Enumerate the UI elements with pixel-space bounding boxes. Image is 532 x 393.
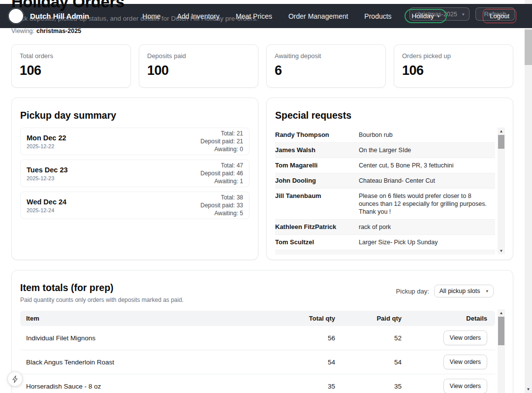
item-total-qty: 56 — [281, 334, 335, 342]
pickup-day-row: Tues Dec 23 2025-12-23 Total: 47 Deposit… — [20, 160, 250, 187]
item-name: Individual Filet Mignons — [20, 334, 281, 342]
scroll-up-icon[interactable]: ▲ — [498, 128, 505, 134]
item-paid-qty: 54 — [335, 359, 402, 366]
viewing-value: christmas-2025 — [36, 28, 81, 34]
brand-name: Dutch Hill Admin — [30, 12, 89, 20]
pickup-day-stats: Total: 47 Deposit paid: 46 Awaiting: 1 — [200, 162, 243, 185]
pickup-day-row: Mon Dec 22 2025-12-22 Total: 21 Deposit … — [20, 128, 250, 155]
stat-label: Deposits paid — [147, 52, 250, 60]
list-item: James Walsh On the Larger SIde — [275, 143, 495, 158]
logout-button[interactable]: Logout — [483, 9, 516, 23]
pickup-day-name: Mon Dec 22 — [27, 134, 66, 142]
item-totals-panel: Item totals (for prep) Paid quantity cou… — [11, 270, 513, 393]
pickup-day-name: Wed Dec 24 — [27, 198, 66, 206]
special-requests-panel: Special requests Randy Thompson Bourbon … — [266, 98, 513, 260]
stat-card-total-orders: Total orders 106 — [11, 44, 131, 88]
devtools-button[interactable] — [7, 371, 23, 387]
item-totals-titles: Item totals (for prep) Paid quantity cou… — [20, 279, 184, 303]
brand-logo-icon — [8, 8, 24, 24]
scroll-up-icon[interactable]: ▲ — [498, 309, 505, 316]
item-name: Horseradish Sauce - 8 oz — [20, 383, 281, 390]
view-orders-button[interactable]: View orders — [443, 330, 487, 345]
nav-item-order-management[interactable]: Order Management — [288, 12, 348, 20]
chevron-down-icon: ▾ — [438, 14, 440, 19]
item-paid-qty: 52 — [335, 334, 402, 342]
page-scrollbar[interactable]: ▼ — [525, 0, 532, 393]
stat-card-awaiting-deposit: Awaiting deposit 6 — [266, 44, 386, 88]
pickup-day-summary-panel: Pickup day summary Mon Dec 22 2025-12-22… — [11, 98, 258, 260]
item-paid-qty: 35 — [335, 383, 402, 390]
column-header-total-qty: Total qty — [281, 315, 335, 322]
item-details-cell: View orders — [402, 379, 495, 393]
pickup-day-filter-label: Pickup day: — [396, 288, 429, 295]
item-totals-table: Item Total qty Paid qty Details Individu… — [20, 311, 495, 393]
pickup-day-name: Tues Dec 23 — [27, 166, 68, 174]
scroll-down-icon[interactable]: ▼ — [498, 247, 505, 254]
pickup-day-date: 2025-12-24 — [27, 207, 66, 213]
nav-item-add-inventory[interactable]: Add Inventory — [177, 12, 219, 20]
stat-value: 100 — [147, 63, 250, 78]
list-item: Jill Tanenbaum Please on 6 filets would … — [275, 189, 495, 220]
pickup-day-row: Wed Dec 24 2025-12-24 Total: 38 Deposit … — [20, 192, 250, 219]
scrollbar-thumb[interactable] — [498, 317, 504, 345]
item-total-qty: 35 — [281, 383, 335, 390]
pickup-day-stats: Total: 21 Deposit paid: 21 Awaiting: 0 — [200, 130, 243, 153]
table-row: Individual Filet Mignons 56 52 View orde… — [20, 326, 495, 350]
panels-row: Pickup day summary Mon Dec 22 2025-12-22… — [11, 98, 513, 260]
pickup-day-filter: Pickup day: All pickup slots ▾ — [396, 285, 494, 297]
item-totals-header: Item totals (for prep) Paid quantity cou… — [20, 279, 504, 303]
panel-title: Item totals (for prep) — [20, 282, 184, 294]
chevron-down-icon: ▾ — [486, 289, 488, 294]
pickup-day-date: 2025-12-23 — [27, 175, 68, 181]
requests-scrollbar[interactable]: ▲ ▼ — [498, 128, 505, 254]
viewing-line: Viewing:christmas-2025 — [11, 28, 81, 34]
scrollbar-thumb[interactable] — [498, 135, 504, 149]
table-row: Black Angus Tenderloin Roast 54 54 View … — [20, 350, 495, 374]
stat-value: 106 — [402, 63, 505, 78]
table-header-row: Item Total qty Paid qty Details — [20, 311, 495, 326]
stat-label: Total orders — [20, 52, 123, 60]
list-item: Tom Scultzel Larger Size- Pick Up Sunday — [275, 235, 495, 250]
panel-subtitle: Paid quantity counts only orders with de… — [20, 296, 184, 303]
nav-item-home[interactable]: Home — [142, 12, 160, 20]
stat-value: 6 — [275, 63, 377, 78]
special-requests-list: Randy Thompson Bourbon rub James Walsh O… — [275, 128, 495, 255]
pickup-day-date: 2025-12-22 — [27, 143, 66, 149]
item-total-qty: 54 — [281, 359, 335, 366]
stat-label: Awaiting deposit — [275, 52, 377, 60]
stat-label: Orders picked up — [402, 52, 505, 60]
table-scrollbar[interactable]: ▲ — [498, 309, 505, 393]
nav-item-meat-prices[interactable]: Meat Prices — [236, 12, 272, 20]
view-orders-button[interactable]: View orders — [443, 355, 487, 369]
item-details-cell: View orders — [402, 330, 495, 345]
viewing-label: Viewing: — [11, 28, 34, 34]
nav-holiday-menu[interactable]: Holiday ▾ — [405, 9, 447, 23]
list-item: John Dooling Chateau Briand- Center Cut — [275, 173, 495, 189]
pickup-day-left: Mon Dec 22 2025-12-22 — [27, 134, 66, 149]
item-name: Black Angus Tenderloin Roast — [20, 359, 281, 366]
panel-title: Pickup day summary — [20, 110, 250, 121]
stats-row: Total orders 106 Deposits paid 100 Await… — [11, 44, 513, 88]
list-item: Randy Thompson Bourbon rub — [275, 128, 495, 143]
nav-item-products[interactable]: Products — [364, 12, 391, 20]
stat-card-orders-picked-up: Orders picked up 106 — [394, 44, 513, 88]
column-header-details: Details — [402, 315, 495, 322]
column-header-paid-qty: Paid qty — [335, 315, 402, 322]
scrollbar-thumb[interactable] — [525, 30, 532, 65]
view-orders-button[interactable]: View orders — [443, 379, 487, 393]
pickup-day-select-value: All pickup slots — [439, 288, 480, 295]
nav-links: Home Add Inventory Meat Prices Order Man… — [142, 12, 391, 20]
main-content: Total orders 106 Deposits paid 100 Await… — [11, 0, 513, 393]
list-item: Kathleen FitzPatrick rack of pork — [275, 220, 495, 235]
lightning-icon — [12, 375, 19, 383]
list-item: Courtney Lima 4 rack short rib/ 12 bones… — [275, 250, 495, 255]
pickup-day-left: Wed Dec 24 2025-12-24 — [27, 198, 66, 213]
stat-value: 106 — [20, 63, 123, 78]
stat-card-deposits-paid: Deposits paid 100 — [139, 44, 258, 88]
pickup-day-select[interactable]: All pickup slots ▾ — [434, 285, 494, 297]
pickup-day-left: Tues Dec 23 2025-12-23 — [27, 166, 68, 181]
table-row: Horseradish Sauce - 8 oz 35 35 View orde… — [20, 374, 495, 393]
panel-title: Special requests — [275, 110, 504, 121]
scroll-down-icon[interactable]: ▼ — [525, 386, 532, 393]
nav-holiday-label: Holiday — [412, 12, 434, 20]
